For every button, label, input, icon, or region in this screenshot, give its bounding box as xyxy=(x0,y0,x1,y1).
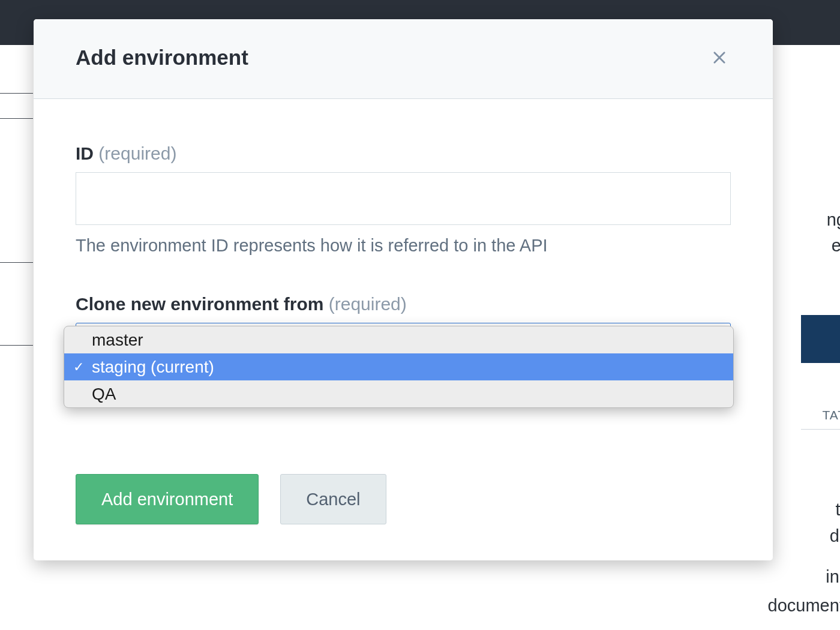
bg-text: in t xyxy=(826,567,840,587)
clone-from-label-text: Clone new environment from xyxy=(76,294,323,314)
bg-divider xyxy=(0,345,33,346)
modal-body: ID (required) The environment ID represe… xyxy=(34,99,773,560)
clone-from-required-hint: (required) xyxy=(329,294,407,314)
bg-text: ts xyxy=(835,500,840,520)
cancel-button[interactable]: Cancel xyxy=(280,474,386,524)
add-environment-modal: Add environment ID (required) The enviro… xyxy=(34,19,773,560)
check-icon: ✓ xyxy=(73,359,84,375)
bg-divider xyxy=(0,118,33,119)
bg-text: ng xyxy=(827,210,840,230)
cancel-button-label: Cancel xyxy=(306,490,360,509)
bg-accent-strip xyxy=(801,315,840,363)
dropdown-option-label: staging (current) xyxy=(92,358,214,377)
id-label: ID (required) xyxy=(76,143,731,164)
id-input[interactable] xyxy=(76,172,731,225)
dropdown-option-master[interactable]: master xyxy=(64,326,733,353)
dropdown-option-staging[interactable]: ✓ staging (current) xyxy=(64,353,733,380)
bg-tab-fragment: TAT xyxy=(822,408,840,422)
bg-text: e. xyxy=(832,236,840,256)
clone-from-field-group: Clone new environment from (required) ma… xyxy=(76,294,731,378)
close-button[interactable] xyxy=(708,46,731,69)
dropdown-option-qa[interactable]: QA xyxy=(64,380,733,407)
id-field-group: ID (required) The environment ID represe… xyxy=(76,143,731,256)
id-label-text: ID xyxy=(76,143,94,163)
add-environment-button[interactable]: Add environment xyxy=(76,474,259,524)
id-required-hint: (required) xyxy=(98,143,176,163)
bg-text: da xyxy=(830,526,840,546)
clone-from-dropdown: master ✓ staging (current) QA xyxy=(64,326,734,408)
clone-from-select-wrap: master ✓ staging (current) QA xyxy=(76,323,731,378)
modal-header: Add environment xyxy=(34,19,773,99)
modal-button-row: Add environment Cancel xyxy=(76,474,731,524)
dropdown-option-label: master xyxy=(92,331,143,350)
add-environment-button-label: Add environment xyxy=(101,490,233,509)
bg-divider xyxy=(0,93,33,94)
clone-from-label: Clone new environment from (required) xyxy=(76,294,731,314)
bg-text: document. xyxy=(768,596,840,616)
close-icon xyxy=(711,49,728,66)
dropdown-option-label: QA xyxy=(92,385,116,404)
bg-divider xyxy=(0,262,33,263)
id-help-text: The environment ID represents how it is … xyxy=(76,236,731,256)
bg-divider xyxy=(801,429,840,430)
modal-title: Add environment xyxy=(76,46,248,70)
